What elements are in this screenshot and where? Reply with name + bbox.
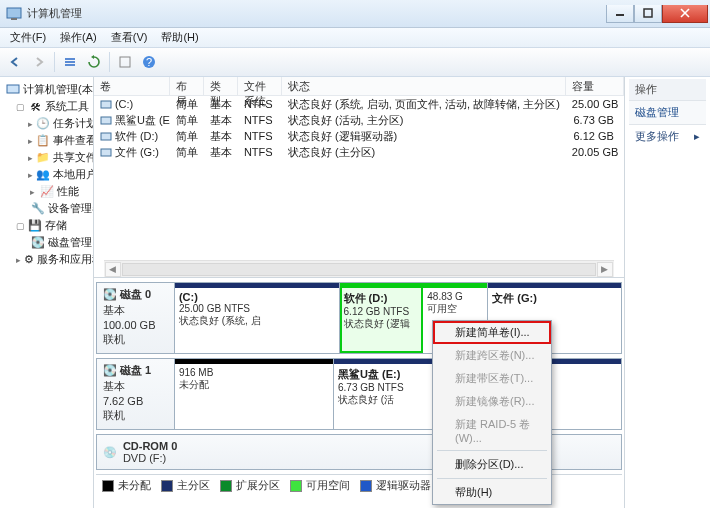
forward-button[interactable] [28,51,50,73]
menubar: 文件(F) 操作(A) 查看(V) 帮助(H) [0,28,710,48]
scrollbar-thumb[interactable] [122,263,596,276]
perf-icon: 📈 [40,185,54,199]
volume-list-header: 卷 布局 类型 文件系统 状态 容量 [94,77,624,96]
disk-icon: 💽 [103,288,117,301]
ctx-new-mirrored-volume: 新建镜像卷(R)... [433,390,551,413]
collapse-icon: ▢ [16,221,25,231]
actions-panel: 操作 磁盘管理 更多操作▸ [625,77,710,508]
col-volume[interactable]: 卷 [94,77,170,95]
scroll-left-icon[interactable]: ◀ [105,262,121,277]
tree-taskscheduler[interactable]: ▸🕒任务计划程序 [2,115,91,132]
toolbar-views-button[interactable] [59,51,81,73]
ctx-new-striped-volume: 新建带区卷(T)... [433,367,551,390]
svg-rect-9 [120,57,130,67]
partition-unalloc[interactable]: 916 MB 未分配 [175,359,334,429]
window-titlebar: 计算机管理 [0,0,710,28]
volume-icon [100,98,112,110]
expand-icon: ▸ [28,153,33,163]
menu-file[interactable]: 文件(F) [4,28,52,47]
partition-d[interactable]: 软件 (D:) 6.12 GB NTFS 状态良好 (逻辑 [340,283,424,353]
expand-icon: ▸ [28,119,33,129]
tree-diskmgmt[interactable]: 💽磁盘管理 [2,234,91,251]
expand-icon: ▸ [28,187,37,197]
maximize-button[interactable] [634,5,662,23]
expand-icon: ▸ [28,136,33,146]
svg-rect-12 [7,85,19,93]
ctx-new-simple-volume[interactable]: 新建简单卷(I)... [433,321,551,344]
back-button[interactable] [4,51,26,73]
volume-icon [100,130,112,142]
wrench-icon: 🛠 [28,100,42,114]
partition-c[interactable]: (C:) 25.00 GB NTFS 状态良好 (系统, 启 [175,283,340,353]
nav-tree: 计算机管理(本地) ▢🛠系统工具 ▸🕒任务计划程序 ▸📋事件查看器 ▸📁共享文件… [0,77,94,508]
event-icon: 📋 [36,134,50,148]
tree-devmgr[interactable]: 🔧设备管理器 [2,200,91,217]
scroll-right-icon[interactable]: ▶ [597,262,613,277]
chevron-right-icon: ▸ [694,130,700,143]
tree-root[interactable]: 计算机管理(本地) [2,81,91,98]
users-icon: 👥 [36,168,50,182]
ctx-new-raid5-volume: 新建 RAID-5 卷(W)... [433,413,551,448]
computer-icon [6,83,20,97]
clock-icon: 🕒 [36,117,50,131]
svg-rect-16 [101,149,111,156]
app-icon [6,6,22,22]
services-icon: ⚙ [24,253,34,267]
expand-icon: ▸ [16,255,21,265]
col-fs[interactable]: 文件系统 [238,77,282,95]
tree-eventviewer[interactable]: ▸📋事件查看器 [2,132,91,149]
volume-icon [100,114,112,126]
svg-rect-7 [65,61,75,63]
actions-header: 操作 [629,79,706,101]
volume-icon [100,146,112,158]
table-row[interactable]: 文件 (G:)简单基本NTFS状态良好 (主分区)20.05 GB [94,144,624,160]
collapse-icon: ▢ [16,102,25,112]
horizontal-scrollbar[interactable]: ◀ ▶ [104,260,614,277]
col-layout[interactable]: 布局 [170,77,204,95]
svg-rect-8 [65,64,75,66]
tree-services[interactable]: ▸⚙服务和应用程序 [2,251,91,268]
col-status[interactable]: 状态 [282,77,566,95]
tree-localusers[interactable]: ▸👥本地用户和组 [2,166,91,183]
cdrom-icon: 💿 [103,446,117,459]
minimize-button[interactable] [606,5,634,23]
table-row[interactable]: 黑鲨U盘 (E:)简单基本NTFS状态良好 (活动, 主分区)6.73 GB [94,112,624,128]
tree-perf[interactable]: ▸📈性能 [2,183,91,200]
svg-rect-6 [65,58,75,60]
ctx-delete-partition[interactable]: 删除分区(D)... [433,453,551,476]
volume-list: 卷 布局 类型 文件系统 状态 容量 (C:)简单基本NTFS状态良好 (系统,… [94,77,624,277]
menu-help[interactable]: 帮助(H) [155,28,204,47]
table-row[interactable]: 软件 (D:)简单基本NTFS状态良好 (逻辑驱动器)6.12 GB [94,128,624,144]
menu-view[interactable]: 查看(V) [105,28,154,47]
disk-icon: 💽 [31,236,45,250]
menu-action[interactable]: 操作(A) [54,28,103,47]
svg-rect-13 [101,101,111,108]
disk-icon: 💽 [103,364,117,377]
svg-rect-3 [644,9,652,17]
device-icon: 🔧 [31,202,45,216]
toolbar: ? [0,48,710,77]
col-capacity[interactable]: 容量 [566,77,624,95]
svg-rect-1 [11,18,17,20]
expand-icon: ▸ [28,170,33,180]
toolbar-extra-button[interactable] [114,51,136,73]
svg-text:?: ? [146,56,152,68]
actions-more[interactable]: 更多操作▸ [629,125,706,148]
svg-rect-14 [101,117,111,124]
toolbar-divider [54,52,55,72]
refresh-button[interactable] [83,51,105,73]
window-title: 计算机管理 [27,6,82,21]
close-button[interactable] [662,5,708,23]
toolbar-divider [109,52,110,72]
table-row[interactable]: (C:)简单基本NTFS状态良好 (系统, 启动, 页面文件, 活动, 故障转储… [94,96,624,112]
context-menu: 新建简单卷(I)... 新建跨区卷(N)... 新建带区卷(T)... 新建镜像… [432,320,552,505]
svg-rect-15 [101,133,111,140]
ctx-help[interactable]: 帮助(H) [433,481,551,504]
tree-storage[interactable]: ▢💾存储 [2,217,91,234]
tree-shared[interactable]: ▸📁共享文件夹 [2,149,91,166]
folder-icon: 📁 [36,151,50,165]
col-type[interactable]: 类型 [204,77,238,95]
help-button[interactable]: ? [138,51,160,73]
ctx-new-spanned-volume: 新建跨区卷(N)... [433,344,551,367]
tree-systools[interactable]: ▢🛠系统工具 [2,98,91,115]
